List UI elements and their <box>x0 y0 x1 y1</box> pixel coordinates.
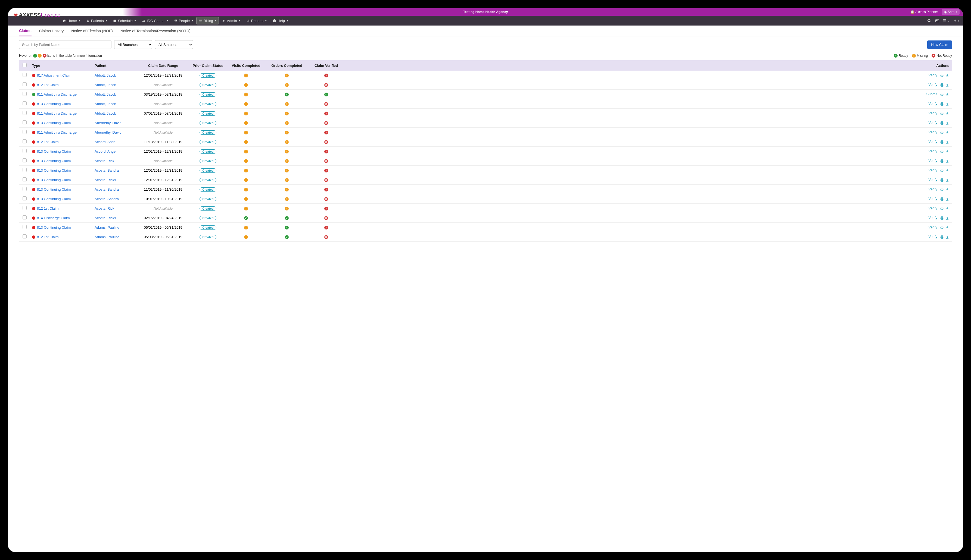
download-icon[interactable] <box>946 102 949 106</box>
print-icon[interactable] <box>940 178 944 182</box>
download-icon[interactable] <box>946 140 949 144</box>
verify-link[interactable]: Verify <box>928 83 937 87</box>
tab-notice-of-election-noe-[interactable]: Notice of Election (NOE) <box>71 26 113 36</box>
print-icon[interactable] <box>940 206 944 210</box>
row-checkbox[interactable] <box>23 158 27 162</box>
patient-link[interactable]: Abbott, Jacob <box>95 73 116 77</box>
patient-link[interactable]: Abbott, Jacob <box>95 83 116 87</box>
verify-link[interactable]: Verify <box>928 102 937 106</box>
claim-type-link[interactable]: 813 Continuing Claim <box>37 102 71 106</box>
row-checkbox[interactable] <box>23 197 27 200</box>
print-icon[interactable] <box>940 102 944 106</box>
claim-type-link[interactable]: 813 Continuing Claim <box>37 178 71 182</box>
tab-claims[interactable]: Claims <box>19 26 32 37</box>
row-checkbox[interactable] <box>23 111 27 115</box>
claim-type-link[interactable]: 813 Continuing Claim <box>37 225 71 230</box>
claim-type-link[interactable]: 817 Adjustment Claim <box>37 73 71 77</box>
download-icon[interactable] <box>946 187 949 191</box>
download-icon[interactable] <box>946 235 949 239</box>
new-claim-button[interactable]: New Claim <box>927 40 952 49</box>
row-checkbox[interactable] <box>23 206 27 210</box>
patient-link[interactable]: Abbott, Jacob <box>95 102 116 106</box>
claim-type-link[interactable]: 811 Admit thru Discharge <box>37 92 77 97</box>
print-icon[interactable] <box>940 92 944 96</box>
patient-link[interactable]: Abbott, Jacob <box>95 92 116 97</box>
list-icon[interactable]: ☰ ▾ <box>943 18 949 23</box>
verify-link[interactable]: Verify <box>928 130 937 134</box>
col-verified[interactable]: Claim Verified <box>307 60 345 71</box>
nav-idg-center[interactable]: IDG Center▾ <box>139 17 171 25</box>
nav-help[interactable]: ?Help▾ <box>270 17 291 25</box>
nav-home[interactable]: Home▾ <box>60 17 83 25</box>
print-icon[interactable] <box>940 73 944 77</box>
axxess-planner-link[interactable]: 📋 Axxess Planner <box>909 10 939 14</box>
download-icon[interactable] <box>946 83 949 87</box>
col-type[interactable]: Type <box>30 60 92 71</box>
download-icon[interactable] <box>946 216 949 220</box>
verify-link[interactable]: Verify <box>928 158 937 163</box>
verify-link[interactable]: Verify <box>928 235 937 239</box>
row-checkbox[interactable] <box>23 149 27 153</box>
patient-link[interactable]: Accord, Angel <box>95 149 116 153</box>
select-all-checkbox[interactable] <box>23 63 27 67</box>
tab-claims-history[interactable]: Claims History <box>39 26 64 36</box>
patient-link[interactable]: Acosta, Rick <box>95 207 114 210</box>
verify-link[interactable]: Verify <box>928 206 937 210</box>
patient-link[interactable]: Abernethy, David <box>95 121 122 125</box>
print-icon[interactable] <box>940 121 944 125</box>
search-input[interactable] <box>19 40 112 49</box>
row-checkbox[interactable] <box>23 225 27 229</box>
print-icon[interactable] <box>940 216 944 220</box>
row-checkbox[interactable] <box>23 92 27 96</box>
claim-type-link[interactable]: 813 Continuing Claim <box>37 197 71 201</box>
download-icon[interactable] <box>946 168 949 172</box>
download-icon[interactable] <box>946 158 949 163</box>
verify-link[interactable]: Verify <box>928 187 937 191</box>
row-checkbox[interactable] <box>23 215 27 220</box>
print-icon[interactable] <box>940 225 944 229</box>
claim-type-link[interactable]: 811 Admit thru Discharge <box>37 130 77 135</box>
patient-link[interactable]: Acosta, Rick <box>95 159 114 163</box>
claim-type-link[interactable]: 812 1st Claim <box>37 235 58 239</box>
download-icon[interactable] <box>946 149 949 153</box>
download-icon[interactable] <box>946 111 949 115</box>
download-icon[interactable] <box>946 197 949 201</box>
col-date-range[interactable]: Claim Date Range <box>136 60 190 71</box>
print-icon[interactable] <box>940 187 944 191</box>
verify-link[interactable]: Verify <box>928 149 937 153</box>
nav-billing[interactable]: Billing▾ <box>196 17 219 25</box>
search-icon[interactable] <box>927 18 931 23</box>
mail-icon[interactable] <box>935 18 939 23</box>
verify-link[interactable]: Verify <box>928 168 937 172</box>
patient-link[interactable]: Accord, Angel <box>95 140 116 144</box>
download-icon[interactable] <box>946 73 949 77</box>
row-checkbox[interactable] <box>23 82 27 87</box>
claim-type-link[interactable]: 813 Continuing Claim <box>37 168 71 172</box>
row-checkbox[interactable] <box>23 101 27 105</box>
patient-link[interactable]: Acosta, Sandra <box>95 168 119 172</box>
row-checkbox[interactable] <box>23 177 27 182</box>
verify-link[interactable]: Verify <box>928 216 937 220</box>
nav-reports[interactable]: Reports▾ <box>244 17 270 25</box>
print-icon[interactable] <box>940 83 944 87</box>
download-icon[interactable] <box>946 130 949 134</box>
download-icon[interactable] <box>946 92 949 96</box>
patient-link[interactable]: Acosta, Ricks <box>95 216 116 220</box>
status-select[interactable]: All Statuses <box>155 40 193 49</box>
col-visits[interactable]: Visits Completed <box>226 60 266 71</box>
submit-link[interactable]: Submit <box>926 92 937 96</box>
tab-notice-of-termination-revocation-notr-[interactable]: Notice of Termination/Revocation (NOTR) <box>120 26 191 36</box>
claim-type-link[interactable]: 812 1st Claim <box>37 83 58 87</box>
row-checkbox[interactable] <box>23 130 27 134</box>
col-patient[interactable]: Patient <box>92 60 136 71</box>
download-icon[interactable] <box>946 206 949 210</box>
verify-link[interactable]: Verify <box>928 197 937 201</box>
print-icon[interactable] <box>940 140 944 144</box>
verify-link[interactable]: Verify <box>928 140 937 144</box>
print-icon[interactable] <box>940 168 944 172</box>
patient-link[interactable]: Acosta, Sandra <box>95 197 119 201</box>
claim-type-link[interactable]: 813 Continuing Claim <box>37 159 71 163</box>
row-checkbox[interactable] <box>23 234 27 238</box>
claim-type-link[interactable]: 813 Continuing Claim <box>37 121 71 125</box>
verify-link[interactable]: Verify <box>928 73 937 77</box>
